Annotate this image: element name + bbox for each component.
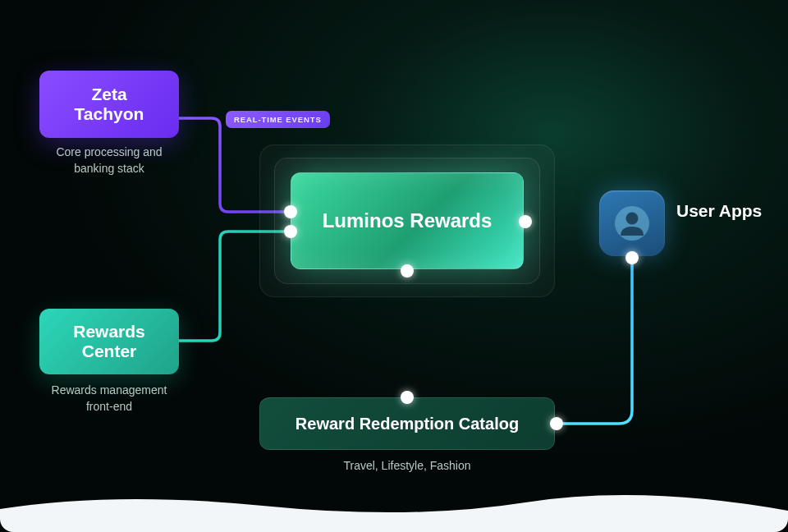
rewards-center-title: Rewards Center xyxy=(56,322,163,361)
zeta-title: Zeta Tachyon xyxy=(56,85,163,124)
connector-dot xyxy=(550,417,563,430)
rewards-center-subtitle: Rewards management front-end xyxy=(39,383,179,415)
connector-dot xyxy=(401,264,414,277)
connector-dot xyxy=(519,215,532,228)
connector-dot xyxy=(284,205,297,218)
user-icon xyxy=(613,204,651,242)
badge-realtime-events: REAL-TIME EVENTS xyxy=(226,111,330,128)
user-apps-label: User Apps xyxy=(676,200,762,222)
architecture-diagram: Zeta Tachyon Core processing and banking… xyxy=(0,0,788,532)
node-luminos-rewards: Luminos Rewards xyxy=(291,172,524,269)
bottom-wave xyxy=(0,486,788,532)
connector-dot xyxy=(401,391,414,404)
zeta-subtitle: Core processing and banking stack xyxy=(39,144,179,177)
connector-dot xyxy=(625,251,639,264)
catalog-subtitle: Travel, Lifestyle, Fashion xyxy=(259,458,555,475)
node-user-apps xyxy=(599,190,665,256)
luminos-title: Luminos Rewards xyxy=(323,209,492,233)
svg-point-1 xyxy=(626,213,639,225)
node-reward-redemption-catalog: Reward Redemption Catalog xyxy=(259,397,555,450)
catalog-title: Reward Redemption Catalog xyxy=(296,415,519,433)
node-rewards-center: Rewards Center xyxy=(39,309,179,374)
connector-dot xyxy=(284,225,297,238)
node-zeta-tachyon: Zeta Tachyon xyxy=(39,71,179,138)
